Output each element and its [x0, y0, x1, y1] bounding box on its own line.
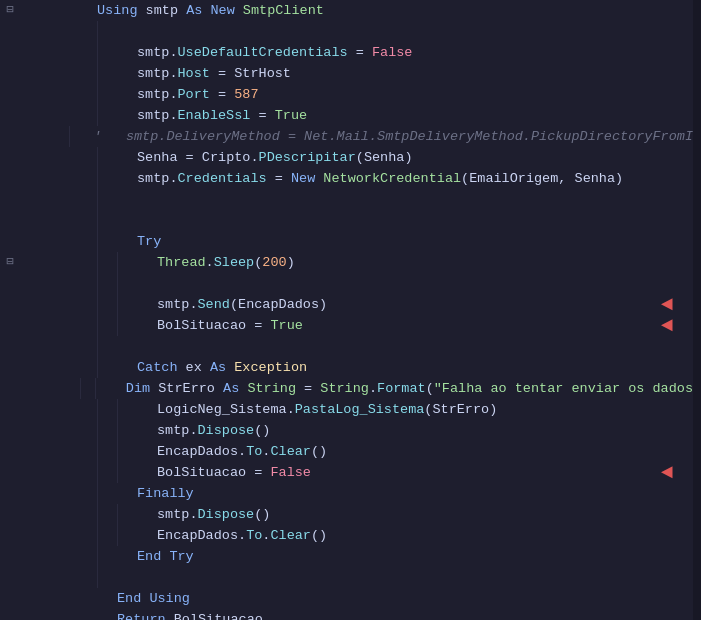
op-dot12: .: [238, 441, 246, 462]
op-dot6: .: [169, 168, 177, 189]
indicator-6: [6, 105, 13, 126]
kw-return: Return: [117, 609, 174, 620]
op-dot4: .: [169, 105, 177, 126]
indicator-26: [6, 525, 13, 546]
val-587: 587: [234, 84, 258, 105]
var-bolsituacao3: BolSituacao: [174, 609, 263, 620]
code-line-6: smtp . EnableSsl = True: [25, 105, 693, 126]
op-eq9: =: [246, 462, 270, 483]
kw-dim: Dim: [126, 378, 158, 399]
op-dot7: .: [206, 252, 214, 273]
indicator-28: [6, 567, 13, 588]
scrollbar[interactable]: [693, 0, 701, 620]
kw-finally: Finally: [137, 483, 194, 504]
prop-usedefaultcredentials: UseDefaultCredentials: [178, 42, 348, 63]
val-false2: False: [270, 462, 311, 483]
prop-to: To: [246, 441, 262, 462]
prop-credentials: Credentials: [178, 168, 267, 189]
var-strerro2: StrErro: [432, 399, 489, 420]
op-dot5: .: [250, 147, 258, 168]
paren-close: ): [404, 147, 412, 168]
var-strhost: StrHost: [234, 63, 291, 84]
op-dot3: .: [169, 84, 177, 105]
indicator-24: [6, 483, 13, 504]
var-smtp-creds: smtp: [137, 42, 169, 63]
var-encapdados3: EncapDados: [157, 525, 238, 546]
op-eq8: =: [296, 378, 320, 399]
keyword-as-new: As New: [186, 0, 243, 21]
op-dot8: .: [189, 294, 197, 315]
paren-open2: (: [461, 168, 469, 189]
kw-as2: As: [223, 378, 247, 399]
code-line-21: smtp . Dispose (): [25, 420, 693, 441]
indicator-9: [6, 168, 13, 189]
paren-open: (: [356, 147, 364, 168]
indicator-17: [6, 336, 13, 357]
code-line-27: End Try: [25, 546, 693, 567]
op-dot13: .: [262, 441, 270, 462]
code-line-26: EncapDados . To . Clear (): [25, 525, 693, 546]
var-smtp-dispose: smtp: [157, 420, 189, 441]
type-exception: Exception: [234, 357, 307, 378]
indicator-5: [6, 84, 13, 105]
prop-to2: To: [246, 525, 262, 546]
indicator-25: [6, 504, 13, 525]
type-string2: String: [320, 378, 369, 399]
indicator-21: [6, 420, 13, 441]
indicator-22: [6, 441, 13, 462]
op-dot: .: [169, 42, 177, 63]
op-dot10: .: [287, 399, 295, 420]
op-eq7: =: [246, 315, 270, 336]
arrow-true: ◄: [661, 315, 673, 336]
code-line-12: Try: [25, 231, 693, 252]
op-eq4: =: [250, 105, 274, 126]
left-margin: ⊟ ⊟: [0, 0, 20, 620]
kw-end-try: End: [137, 546, 169, 567]
op-dot16: .: [262, 525, 270, 546]
paren-open7: (): [254, 420, 270, 441]
op-eq5: =: [178, 147, 202, 168]
paren-close2: ): [615, 168, 623, 189]
method-clear2: Clear: [270, 525, 311, 546]
paren-close5: ): [489, 399, 497, 420]
code-line-22: EncapDados . To . Clear (): [25, 441, 693, 462]
indicator-4: [6, 63, 13, 84]
code-line-16: BolSituacao = True ◄: [25, 315, 693, 336]
paren-open5: (: [426, 378, 434, 399]
comment-delivery: ' smtp.DeliveryMethod = Net.Mail.SmtpDel…: [93, 126, 693, 147]
indicator-27: [6, 546, 13, 567]
indicator-12: [6, 231, 13, 252]
code-line-24: Finally: [25, 483, 693, 504]
code-line-23: BolSituacao = False ◄: [25, 462, 693, 483]
indicator-29: [6, 588, 13, 609]
op-comma: ,: [558, 168, 574, 189]
keyword-using: Using: [97, 0, 146, 21]
method-pastalog: PastaLog_Sistema: [295, 399, 425, 420]
code-line-1: Using smtp As New SmtpClient: [25, 0, 693, 21]
code-line-15: smtp . Send ( EncapDados ) ◄: [25, 294, 693, 315]
kw-end-using: End: [117, 588, 149, 609]
code-line-19: Dim StrErro As String = String . Format …: [25, 378, 693, 399]
type-string: String: [247, 378, 296, 399]
paren-open4: (: [230, 294, 238, 315]
var-smtp-send: smtp: [157, 294, 189, 315]
indicator-20: [6, 399, 13, 420]
var-smtp-dispose2: smtp: [157, 504, 189, 525]
indicator-19: [6, 378, 13, 399]
paren-close4: ): [319, 294, 327, 315]
type-thread: Thread: [157, 252, 206, 273]
method-sleep: Sleep: [214, 252, 255, 273]
kw-try2: Try: [169, 546, 193, 567]
collapse-indicator-1[interactable]: ⊟: [6, 0, 13, 21]
paren-open10: (): [311, 525, 327, 546]
code-line-18: Catch ex As Exception: [25, 357, 693, 378]
paren-open6: (: [424, 399, 432, 420]
var-smtp-port: smtp: [137, 84, 169, 105]
indicator-10: [6, 189, 13, 210]
paren-open9: (): [254, 504, 270, 525]
op-eq3: =: [210, 84, 234, 105]
var-smtp-host: smtp: [137, 63, 169, 84]
prop-port: Port: [178, 84, 210, 105]
code-line-29: End Using: [25, 588, 693, 609]
collapse-indicator-13[interactable]: ⊟: [6, 252, 13, 273]
